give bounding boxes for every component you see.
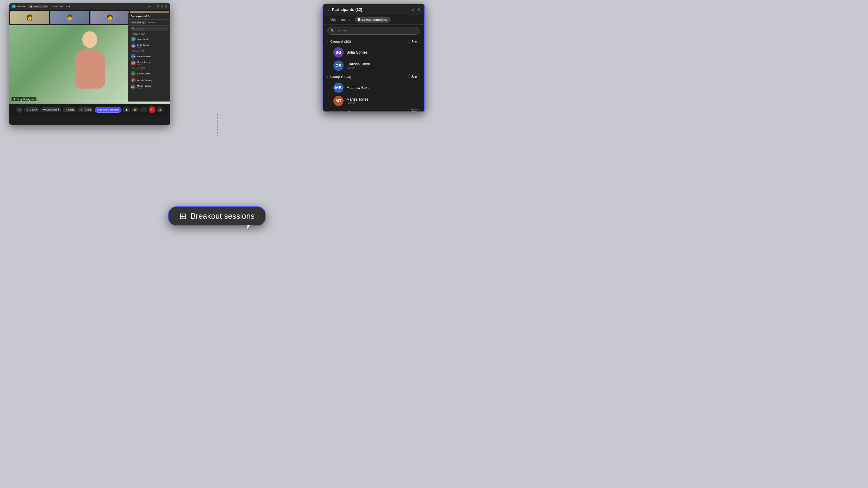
chevron-down-icon-panel: ⌄ [327,7,330,11]
marise-info-large: Marise Torres Guest [347,97,368,105]
share-button[interactable]: ⬆ Share [63,107,76,112]
avatar-initials-umar: UP [131,37,135,41]
matthew-name-large: Matthew Baker [347,86,371,90]
matthew-name: Matthew Baker [137,56,151,58]
chevron-down-icon: ▾ [69,5,70,8]
reaction-icon: 😊 [134,108,136,111]
sofia-gomez-large: SG Sofia Gomez [325,46,423,59]
group-a-small[interactable]: › Group A (2/3) [128,32,170,36]
group-b-row-large[interactable]: › Group B (2/3) Join [325,72,423,81]
more-button[interactable]: ••• [140,107,147,112]
participants-list-large: › Group A (2/3) Join SG Sofia Gomez CS C… [323,37,424,112]
group-b-small[interactable]: › Group B (2/3) [128,49,170,53]
sofia-role: Guest [137,46,149,48]
tab-breakout-label-large: Breakout sessions [358,18,388,22]
marise-role: Guest [137,63,150,65]
tab-breakout-small[interactable]: Breako... [147,21,158,24]
person-info-matthew: Matthew Baker [137,56,151,58]
tab-main-meeting-large[interactable]: Main meeting [327,17,353,23]
tab-breakout-large[interactable]: Breakout sessions [355,17,391,23]
expand-icon-small[interactable]: ⤢ [165,14,168,18]
tab-main-label: Main meeting [132,22,144,24]
thumbnail-2[interactable]: 👨 [50,11,89,24]
reaction-button[interactable]: 😊 [131,107,139,112]
thumbnail-1[interactable]: 👩 [10,11,49,24]
meeting-info-label: Meeting info [34,5,47,8]
avatar-austen-small: AJ [131,71,135,76]
search-input-large[interactable] [337,29,417,33]
search-bar-large[interactable]: 🔍 [327,27,420,35]
window-controls [157,5,167,7]
maximize-button[interactable] [161,5,163,7]
search-icon-small: 🔍 [132,27,135,30]
mute-label: Mute [30,108,35,111]
note-button[interactable]: 📋 [123,107,130,112]
matthew-initials-large: MB [333,83,344,93]
isabella-name: Isabella Brenan [137,79,152,82]
avatar-initials-sofia: SG [131,43,135,48]
join-group-a-button[interactable]: Join [408,39,420,44]
group-c-label: Group C (3/3) [132,67,145,69]
join-a-label: Join [411,40,417,43]
record-button[interactable]: ⏺ Record [78,107,93,112]
isabella-brenan-small: IB Isabella Brenan [128,77,170,84]
video-icon: 📷 [43,108,45,111]
person-info-murad: Murad Higgins Guest [137,85,151,89]
title-bar: Webex 🔒 Meeting info Show menu bar ▾ 12:… [9,3,170,10]
breakout-tooltip[interactable]: ⊞ Breakout sessions [168,206,266,226]
chevron-right-icon: › [131,33,131,35]
join-group-c-button[interactable]: Join [408,109,420,112]
search-icon-large: 🔍 [331,29,335,33]
show-menu-button[interactable]: Show menu bar ▾ [51,5,70,8]
app-window: Webex 🔒 Meeting info Show menu bar ▾ 12:… [9,3,170,125]
end-call-icon: ✕ [151,108,153,111]
webex-icon-btn[interactable]: ● [16,107,23,113]
meeting-info-button[interactable]: 🔒 Meeting info [28,5,49,8]
stop-video-label: Stop video [46,108,57,111]
search-input-small[interactable] [136,28,167,30]
expand-panel-button[interactable]: ⤢ [412,7,415,12]
app-name: Webex [17,5,25,8]
sofia-name: Sofia Gomez [137,44,149,46]
marise-name-large: Marise Torres [347,97,368,101]
person-info-umar: Umar Patel [137,38,148,40]
minimize-button[interactable] [157,5,159,7]
tab-main-meeting-small[interactable]: Main meeting [130,21,146,24]
group-b-text: Group B (2/3) [330,75,351,78]
umar-patel-small: UP Umar Patel [128,36,170,42]
apps-button[interactable]: ⊞ [156,107,163,112]
chevron-icon-a: › [327,40,329,43]
marise-initials-large: MT [333,96,344,106]
matthew-baker-large: MB Matthew Baker [325,81,423,94]
webex-logo: Webex [12,4,25,8]
group-c-small[interactable]: › Group C (3/3) [128,66,170,70]
marise-name: Marise Torres [137,61,150,63]
breakout-button[interactable]: ⊞ Breakout sessions [95,107,121,113]
chevron-down-icon: ▾ [36,108,37,111]
avatar-matthew-large: MB [333,83,344,93]
chevron-icon-b: › [327,75,329,78]
speaker-name: Emily Nakagawa [17,98,35,101]
search-bar-small[interactable]: 🔍 [130,27,168,31]
avatar-marise-large: MT [333,96,344,106]
group-c-text: Group C (3/3) [330,110,351,112]
mouse-cursor [247,225,252,231]
speaker-name-tag: 🎙 Emily Nakagawa [11,97,36,101]
thumbnail-3[interactable]: 🧑 [90,11,129,24]
group-c-row-large[interactable]: › Group C (3/3) Join [325,107,423,112]
end-call-button[interactable]: ✕ [149,106,155,113]
mic-icon-small: 🎙 [13,98,16,101]
chevron-right-icon-b: › [131,50,131,52]
apps-icon: ⊞ [159,108,161,111]
sofia-initials-large: SG [333,47,344,58]
close-button[interactable] [165,5,167,7]
avatar-initials-murad: MH [131,84,135,89]
stop-video-button[interactable]: 📷 Stop video ▾ [40,107,61,112]
panel-title-small: Participants (12) [131,15,150,18]
group-a-row-large[interactable]: › Group A (2/3) Join [325,37,423,46]
close-panel-button[interactable]: ✕ [417,7,420,12]
avatar-initials-isabella: IB [131,78,135,83]
join-group-b-button[interactable]: Join [408,74,420,79]
panel-controls: ⤢ ✕ [412,7,420,12]
mute-button[interactable]: 🎙 Mute ▾ [24,107,39,112]
